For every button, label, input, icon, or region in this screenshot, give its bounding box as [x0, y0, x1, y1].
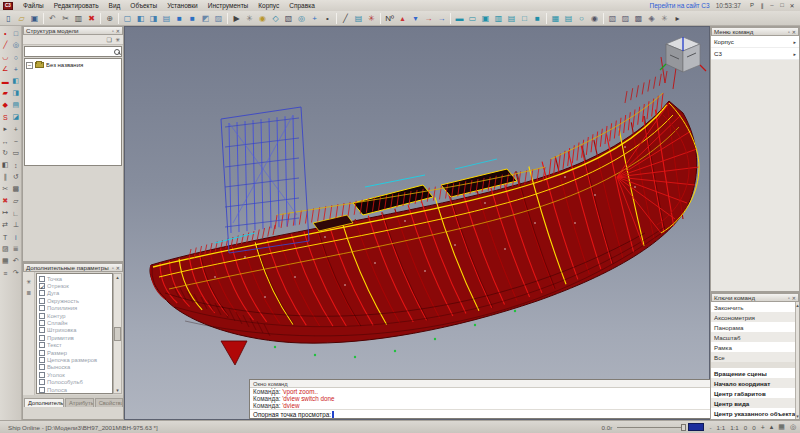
info-icon[interactable]: i — [11, 231, 22, 243]
menu-cmd-item-Корпус[interactable]: Корпус▸ — [711, 36, 799, 48]
crosshair-icon[interactable]: + — [761, 424, 765, 431]
tab-attributes[interactable]: Атрибуты — [65, 398, 94, 407]
copy-icon[interactable]: ▥ — [72, 12, 85, 25]
text-tool-icon[interactable]: T — [0, 231, 11, 243]
wire-mode-icon[interactable]: ▨ — [212, 12, 225, 25]
filter-item-Примитив[interactable]: Примитив — [37, 334, 112, 341]
key-cmd-Аксонометрия[interactable]: Аксонометрия — [711, 312, 795, 322]
checkbox-icon[interactable] — [39, 342, 45, 348]
pin-icon[interactable]: ▫ — [788, 294, 790, 302]
view-iso-icon[interactable]: ◪ — [11, 111, 22, 123]
menu-справка[interactable]: Справка — [284, 2, 320, 9]
key-cmd-Вращение сцены[interactable]: Вращение сцены — [711, 368, 795, 378]
tree-expander-icon[interactable]: − — [26, 62, 33, 69]
key-cmd-Центр вида[interactable]: Центр вида — [711, 398, 795, 408]
pin-icon[interactable]: ▫ — [112, 264, 114, 272]
target-icon[interactable]: ◎ — [295, 12, 308, 25]
filter-item-Полоса[interactable]: Полоса — [37, 386, 112, 393]
key-cmd-Рамка[interactable]: Рамка — [711, 342, 795, 352]
pointer-icon[interactable]: ▶ — [230, 12, 243, 25]
menu-файлы[interactable]: Файлы — [18, 2, 49, 9]
filter-item-Размер[interactable]: Размер — [37, 349, 112, 356]
arrow-red-icon[interactable]: ▴ — [396, 12, 409, 25]
panel-a-icon[interactable]: ▬ — [453, 12, 466, 25]
axis-icon[interactable]: ⊥ — [11, 219, 22, 231]
shade-mode-icon[interactable]: ◩ — [199, 12, 212, 25]
snap-mid-icon[interactable]: ◎ — [11, 39, 22, 51]
gear2-icon[interactable]: ✳ — [658, 12, 671, 25]
draw-arc-icon[interactable]: ◡ — [0, 51, 11, 63]
key-cmd-Центр указанного объекта[interactable]: Центр указанного объекта — [711, 408, 795, 418]
filter-item-Дуга[interactable]: Дуга — [37, 290, 112, 297]
record-icon[interactable]: P — [747, 2, 757, 9]
checkbox-icon[interactable] — [39, 357, 45, 363]
close-icon[interactable]: ✕ — [792, 28, 796, 36]
new-file-icon[interactable]: ▯ — [2, 12, 15, 25]
search-box[interactable] — [24, 46, 122, 57]
delete-icon[interactable]: ✖ — [85, 12, 98, 25]
draw-surface-icon[interactable]: ▬ — [0, 75, 11, 87]
scroll-down-icon[interactable]: ▾ — [796, 413, 799, 419]
filter-item-Штриховка[interactable]: Штриховка — [37, 327, 112, 334]
cube-d-icon[interactable]: ◈ — [645, 12, 658, 25]
undo-icon[interactable]: ↶ — [46, 12, 59, 25]
key-cmd-Начало координат[interactable]: Начало координат — [711, 378, 795, 388]
filter-item-Цепочка размеров[interactable]: Цепочка размеров — [37, 356, 112, 363]
wireframe-icon[interactable]: ▱ — [11, 195, 22, 207]
draw-plate-icon[interactable]: ▰ — [0, 87, 11, 99]
checkbox-icon[interactable] — [39, 364, 45, 370]
gear-icon[interactable]: ✳ — [243, 12, 256, 25]
close-icon[interactable]: ✕ — [792, 294, 796, 302]
menu-редактировать[interactable]: Редактировать — [49, 2, 104, 9]
checkbox-icon[interactable] — [39, 276, 45, 282]
panel-b-icon[interactable]: ▭ — [466, 12, 479, 25]
sheet-icon[interactable]: ▤ — [352, 12, 365, 25]
zoom-slider-handle[interactable] — [681, 424, 686, 431]
filter-item-Контур[interactable]: Контур — [37, 312, 112, 319]
snap-intersect-icon[interactable]: + — [11, 63, 22, 75]
checkbox-icon[interactable] — [39, 305, 45, 311]
checkbox-icon[interactable] — [39, 313, 45, 319]
maximize-icon[interactable]: □ — [777, 2, 787, 9]
filter-item-Текст[interactable]: Текст — [37, 342, 112, 349]
filter-list-scrollbar[interactable]: ▴ ▾ — [113, 273, 122, 394]
list-icon[interactable]: ≣ — [26, 289, 31, 296]
key-cmd-Центр габаритов[interactable]: Центр габаритов — [711, 388, 795, 398]
add-icon[interactable]: + — [308, 12, 321, 25]
plane-icon[interactable]: ◇ — [269, 12, 282, 25]
checkbox-icon[interactable] — [39, 350, 45, 356]
select-icon[interactable]: ▸ — [0, 123, 11, 135]
panel-g-icon[interactable]: ■ — [531, 12, 544, 25]
panel-e-icon[interactable]: ▤ — [505, 12, 518, 25]
menu-корпус[interactable]: Корпус — [253, 2, 284, 9]
checkbox-icon[interactable] — [39, 298, 45, 304]
filter-item-Полособульб[interactable]: Полособульб — [37, 378, 112, 385]
filter-item-Окружность[interactable]: Окружность — [37, 297, 112, 304]
origin-icon[interactable]: ⊕ — [103, 12, 116, 25]
ucs-icon[interactable]: ∟ — [11, 207, 22, 219]
grid-tool-icon[interactable]: ▦ — [0, 255, 11, 267]
burst-icon[interactable]: ✳ — [365, 12, 378, 25]
mirror-icon[interactable]: ◧ — [0, 159, 11, 171]
pause-icon[interactable]: ∥ — [757, 2, 767, 9]
flip-red-icon[interactable]: → — [422, 12, 435, 25]
scroll-thumb[interactable] — [114, 327, 121, 341]
arrow-blue-icon[interactable]: ▾ — [409, 12, 422, 25]
site-link[interactable]: Перейти на сайт С3 — [650, 2, 710, 9]
solid-icon[interactable]: ▧ — [282, 12, 295, 25]
scroll-up-icon[interactable]: ▴ — [116, 274, 119, 280]
tab-additional[interactable]: Дополнитель... — [24, 398, 64, 407]
tree-item-root[interactable]: − Без названия — [26, 61, 120, 69]
close-icon[interactable]: ✕ — [116, 27, 120, 35]
snap-grid-icon[interactable]: ▦ — [778, 423, 785, 431]
numbering-icon[interactable]: Nº — [383, 12, 396, 25]
view-layout3-icon[interactable]: ◨ — [147, 12, 160, 25]
checkbox-icon[interactable] — [39, 320, 45, 326]
view-side-icon[interactable]: ◨ — [11, 87, 22, 99]
key-cmd-Все[interactable]: Все — [711, 352, 795, 362]
open-folder-icon[interactable]: ▱ — [15, 12, 28, 25]
props-icon[interactable]: ≣ — [11, 243, 22, 255]
dot-ring-icon[interactable]: ◉ — [588, 12, 601, 25]
menu-инструменты[interactable]: Инструменты — [203, 2, 254, 9]
viewport-3d[interactable]: Окно команд Команда: Команда: 'vport zoo… — [124, 26, 710, 420]
